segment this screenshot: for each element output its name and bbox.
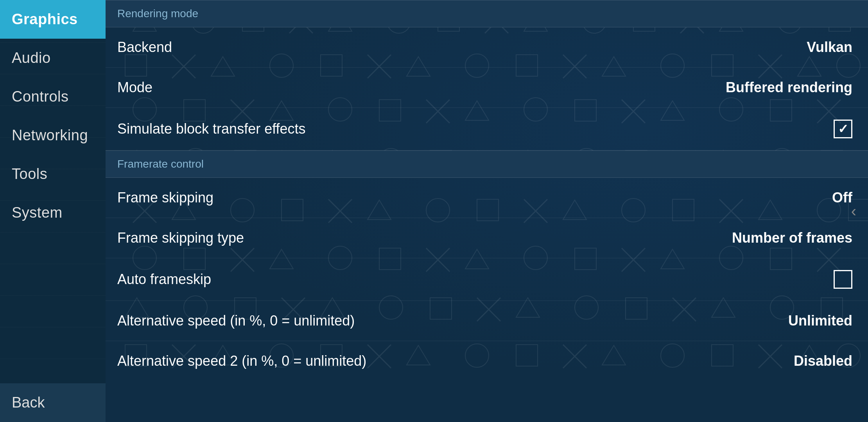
row-label-frame-skipping: Frame skipping xyxy=(117,190,213,206)
section-header-rendering-mode: Rendering mode xyxy=(106,0,868,27)
section-header-framerate-control: Framerate control xyxy=(106,150,868,178)
row-value-frame-skipping-type: Number of frames xyxy=(732,230,852,246)
settings-row-backend[interactable]: BackendVulkan xyxy=(106,27,868,68)
main-content: Rendering modeBackendVulkanModeBuffered … xyxy=(106,0,868,422)
settings-row-simulate-block[interactable]: Simulate block transfer effects✓ xyxy=(106,108,868,150)
settings-row-frame-skipping[interactable]: Frame skippingOff xyxy=(106,178,868,218)
settings-row-frame-skipping-type[interactable]: Frame skipping typeNumber of frames xyxy=(106,218,868,258)
row-value-mode: Buffered rendering xyxy=(726,79,852,96)
settings-row-mode[interactable]: ModeBuffered rendering xyxy=(106,68,868,108)
sidebar-item-networking[interactable]: Networking xyxy=(0,116,106,155)
row-value-alt-speed: Unlimited xyxy=(788,313,852,329)
row-label-backend: Backend xyxy=(117,39,172,55)
sidebar-item-controls[interactable]: Controls xyxy=(0,77,106,116)
row-value-backend: Vulkan xyxy=(807,39,852,55)
sidebar-item-system[interactable]: System xyxy=(0,193,106,232)
row-value-alt-speed-2: Disabled xyxy=(794,353,852,369)
sidebar-spacer xyxy=(0,232,106,383)
row-label-mode: Mode xyxy=(117,79,152,96)
row-label-simulate-block: Simulate block transfer effects xyxy=(117,121,306,137)
settings-row-auto-frameskip[interactable]: Auto frameskip xyxy=(106,258,868,301)
row-label-alt-speed: Alternative speed (in %, 0 = unlimited) xyxy=(117,313,355,329)
sidebar: GraphicsAudioControlsNetworkingToolsSyst… xyxy=(0,0,106,422)
settings-row-alt-speed[interactable]: Alternative speed (in %, 0 = unlimited)U… xyxy=(106,301,868,341)
sidebar-item-graphics[interactable]: Graphics xyxy=(0,0,106,39)
row-value-simulate-block: ✓ xyxy=(834,120,852,138)
row-label-auto-frameskip: Auto frameskip xyxy=(117,271,211,288)
back-button[interactable]: Back xyxy=(0,383,106,422)
settings-list: Rendering modeBackendVulkanModeBuffered … xyxy=(106,0,868,422)
row-value-auto-frameskip xyxy=(834,270,852,289)
back-arrow-icon[interactable]: ‹ xyxy=(851,202,856,220)
sidebar-item-audio[interactable]: Audio xyxy=(0,39,106,77)
row-value-frame-skipping: Off xyxy=(832,190,852,206)
sidebar-item-tools[interactable]: Tools xyxy=(0,155,106,193)
row-label-frame-skipping-type: Frame skipping type xyxy=(117,230,244,246)
settings-row-alt-speed-2[interactable]: Alternative speed 2 (in %, 0 = unlimited… xyxy=(106,341,868,381)
row-label-alt-speed-2: Alternative speed 2 (in %, 0 = unlimited… xyxy=(117,353,366,369)
